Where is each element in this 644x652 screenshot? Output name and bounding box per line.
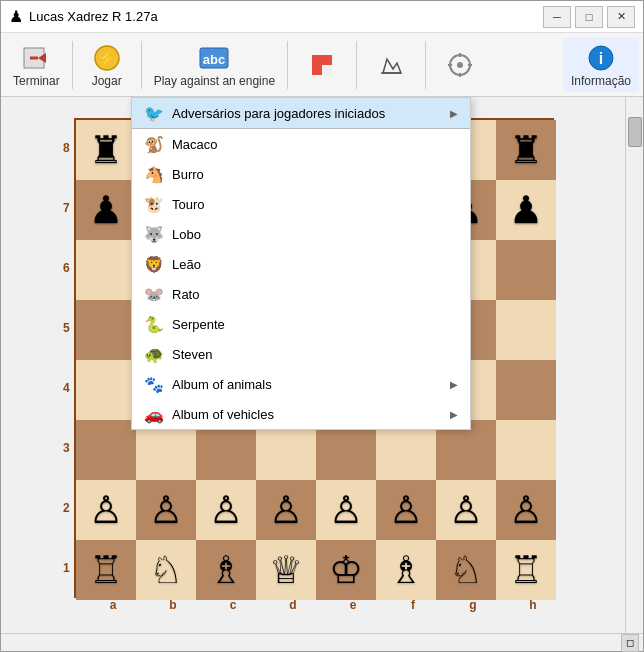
jogar-label: Jogar bbox=[92, 74, 122, 88]
bottom-bar: ◻ bbox=[1, 633, 643, 651]
main-window: ♟ Lucas Xadrez R 1.27a ─ □ ✕ Terminar bbox=[0, 0, 644, 652]
title-bar-left: ♟ Lucas Xadrez R 1.27a bbox=[9, 7, 158, 26]
informacao-label: Informação bbox=[571, 74, 631, 88]
adversarios-icon: 🐦 bbox=[144, 103, 164, 123]
app-icon: ♟ bbox=[9, 7, 23, 26]
svg-text:⚡: ⚡ bbox=[97, 49, 117, 68]
main-content: 8 7 6 5 4 3 2 1 ♜♞♝♛♚♝♜♟♟♟♟♟♟♟♟♙♙♙♙♙♙♙♙♖… bbox=[1, 97, 643, 633]
burro-label: Burro bbox=[172, 167, 458, 182]
lobo-label: Lobo bbox=[172, 227, 458, 242]
svg-text:i: i bbox=[599, 50, 603, 67]
adversarios-label: Adversários para jogadores iniciados bbox=[172, 106, 442, 121]
menu-item-album-animals[interactable]: 🐾 Album of animals ▶ bbox=[132, 369, 470, 399]
toolbar-sep-1 bbox=[72, 41, 73, 89]
svg-rect-7 bbox=[312, 55, 322, 65]
leao-label: Leão bbox=[172, 257, 458, 272]
menu-header-adversarios[interactable]: 🐦 Adversários para jogadores iniciados ▶ bbox=[132, 98, 470, 129]
album-vehicles-label: Album of vehicles bbox=[172, 407, 442, 422]
svg-point-13 bbox=[457, 62, 463, 68]
adversarios-arrow: ▶ bbox=[450, 108, 458, 119]
album-animals-label: Album of animals bbox=[172, 377, 442, 392]
leao-icon: 🦁 bbox=[144, 254, 164, 274]
tool1-icon bbox=[308, 49, 336, 81]
toolbar-sep-4 bbox=[356, 41, 357, 89]
menu-item-serpente[interactable]: 🐍 Serpente bbox=[132, 309, 470, 339]
toolbar: Terminar ⚡ Jogar abc Play against an eng… bbox=[1, 33, 643, 97]
album-vehicles-arrow: ▶ bbox=[450, 409, 458, 420]
toolbar-tool2[interactable] bbox=[361, 45, 421, 85]
toolbar-informacao[interactable]: i Informação bbox=[563, 38, 639, 92]
album-vehicles-icon: 🚗 bbox=[144, 404, 164, 424]
steven-label: Steven bbox=[172, 347, 458, 362]
svg-rect-9 bbox=[312, 65, 322, 75]
minimize-button[interactable]: ─ bbox=[543, 6, 571, 28]
toolbar-tool3[interactable] bbox=[430, 45, 490, 85]
toolbar-tool1[interactable] bbox=[292, 45, 352, 85]
play-engine-icon: abc bbox=[198, 42, 230, 74]
macaco-icon: 🐒 bbox=[144, 134, 164, 154]
svg-rect-8 bbox=[322, 55, 332, 65]
toolbar-sep-2 bbox=[141, 41, 142, 89]
burro-icon: 🐴 bbox=[144, 164, 164, 184]
terminar-label: Terminar bbox=[13, 74, 60, 88]
touro-label: Touro bbox=[172, 197, 458, 212]
serpente-label: Serpente bbox=[172, 317, 458, 332]
macaco-label: Macaco bbox=[172, 137, 458, 152]
title-bar: ♟ Lucas Xadrez R 1.27a ─ □ ✕ bbox=[1, 1, 643, 33]
toolbar-terminar[interactable]: Terminar bbox=[5, 38, 68, 92]
toolbar-jogar[interactable]: ⚡ Jogar bbox=[77, 38, 137, 92]
corner-box: ◻ bbox=[621, 634, 639, 652]
informacao-icon: i bbox=[587, 42, 615, 74]
title-bar-controls: ─ □ ✕ bbox=[543, 6, 635, 28]
dropdown-overlay: 🐦 Adversários para jogadores iniciados ▶… bbox=[1, 97, 643, 633]
touro-icon: 🐮 bbox=[144, 194, 164, 214]
terminar-icon bbox=[22, 42, 50, 74]
menu-item-rato[interactable]: 🐭 Rato bbox=[132, 279, 470, 309]
menu-item-leao[interactable]: 🦁 Leão bbox=[132, 249, 470, 279]
svg-text:abc: abc bbox=[203, 52, 225, 67]
context-menu: 🐦 Adversários para jogadores iniciados ▶… bbox=[131, 97, 471, 430]
toolbar-sep-3 bbox=[287, 41, 288, 89]
album-animals-icon: 🐾 bbox=[144, 374, 164, 394]
tool2-icon bbox=[377, 49, 405, 81]
menu-item-touro[interactable]: 🐮 Touro bbox=[132, 189, 470, 219]
rato-icon: 🐭 bbox=[144, 284, 164, 304]
svg-rect-10 bbox=[322, 65, 332, 75]
tool3-icon bbox=[446, 49, 474, 81]
close-button[interactable]: ✕ bbox=[607, 6, 635, 28]
menu-item-lobo[interactable]: 🐺 Lobo bbox=[132, 219, 470, 249]
serpente-icon: 🐍 bbox=[144, 314, 164, 334]
rato-label: Rato bbox=[172, 287, 458, 302]
toolbar-sep-5 bbox=[425, 41, 426, 89]
toolbar-play-engine[interactable]: abc Play against an engine bbox=[146, 38, 283, 92]
jogar-icon: ⚡ bbox=[93, 42, 121, 74]
menu-item-macaco[interactable]: 🐒 Macaco bbox=[132, 129, 470, 159]
maximize-button[interactable]: □ bbox=[575, 6, 603, 28]
album-animals-arrow: ▶ bbox=[450, 379, 458, 390]
lobo-icon: 🐺 bbox=[144, 224, 164, 244]
steven-icon: 🐢 bbox=[144, 344, 164, 364]
window-title: Lucas Xadrez R 1.27a bbox=[29, 9, 158, 24]
play-engine-label: Play against an engine bbox=[154, 74, 275, 88]
menu-item-burro[interactable]: 🐴 Burro bbox=[132, 159, 470, 189]
menu-item-steven[interactable]: 🐢 Steven bbox=[132, 339, 470, 369]
menu-item-album-vehicles[interactable]: 🚗 Album of vehicles ▶ bbox=[132, 399, 470, 429]
